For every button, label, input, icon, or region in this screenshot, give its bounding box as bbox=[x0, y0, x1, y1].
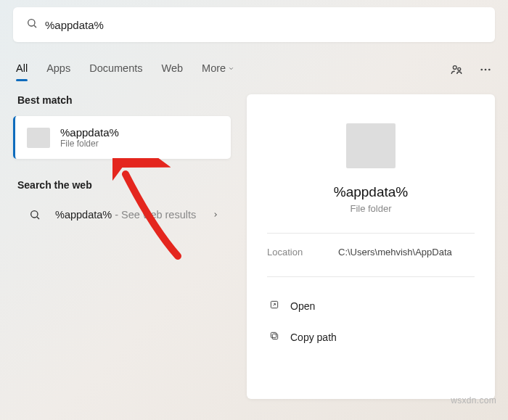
divider bbox=[267, 233, 475, 234]
svg-point-5 bbox=[485, 69, 487, 71]
svg-point-2 bbox=[453, 66, 456, 70]
web-result-text: %appdata% - See web results bbox=[55, 208, 202, 222]
open-action[interactable]: Open bbox=[267, 290, 475, 321]
tab-more-label: More bbox=[202, 62, 226, 74]
results-content: Best match %appdata% File folder Search … bbox=[13, 94, 495, 399]
left-column: Best match %appdata% File folder Search … bbox=[13, 94, 231, 229]
search-input[interactable] bbox=[45, 19, 482, 31]
copy-path-action[interactable]: Copy path bbox=[267, 321, 475, 353]
best-match-header: Best match bbox=[17, 94, 231, 106]
tab-web[interactable]: Web bbox=[162, 62, 184, 80]
svg-point-4 bbox=[480, 69, 483, 71]
action-list: Open Copy path bbox=[267, 290, 475, 353]
header-tools bbox=[450, 63, 492, 79]
search-icon bbox=[26, 17, 38, 32]
divider bbox=[267, 276, 475, 277]
tab-documents[interactable]: Documents bbox=[89, 62, 142, 80]
svg-rect-11 bbox=[271, 332, 276, 337]
location-label: Location bbox=[267, 247, 338, 258]
tab-more[interactable]: More bbox=[202, 62, 234, 80]
chevron-down-icon bbox=[228, 62, 234, 74]
location-value: C:\Users\mehvish\AppData bbox=[338, 247, 452, 258]
svg-point-6 bbox=[488, 69, 491, 71]
tab-apps[interactable]: Apps bbox=[46, 62, 70, 80]
svg-line-8 bbox=[37, 217, 39, 219]
folder-icon bbox=[346, 123, 396, 168]
search-bar[interactable] bbox=[13, 7, 495, 42]
svg-point-7 bbox=[31, 211, 38, 218]
best-match-title: %appdata% bbox=[60, 126, 119, 139]
search-web-header: Search the web bbox=[17, 179, 231, 191]
location-row: Location C:\Users\mehvish\AppData bbox=[267, 247, 475, 258]
tabs: All Apps Documents Web More bbox=[16, 62, 234, 80]
best-match-text: %appdata% File folder bbox=[60, 126, 119, 149]
tab-all[interactable]: All bbox=[16, 62, 28, 80]
svg-point-0 bbox=[28, 20, 35, 26]
open-icon bbox=[269, 299, 280, 313]
folder-icon bbox=[27, 128, 50, 148]
open-label: Open bbox=[290, 300, 315, 312]
copy-path-label: Copy path bbox=[290, 332, 337, 343]
search-icon bbox=[25, 209, 45, 221]
best-match-result[interactable]: %appdata% File folder bbox=[13, 116, 231, 159]
chevron-right-icon bbox=[212, 208, 219, 221]
accounts-icon[interactable] bbox=[450, 63, 463, 79]
copy-icon bbox=[269, 330, 280, 344]
svg-rect-10 bbox=[272, 334, 277, 339]
svg-point-3 bbox=[458, 67, 461, 70]
tabs-row: All Apps Documents Web More bbox=[13, 62, 495, 80]
more-icon[interactable] bbox=[479, 63, 492, 79]
svg-line-1 bbox=[34, 25, 36, 28]
web-result[interactable]: %appdata% - See web results bbox=[13, 201, 231, 229]
details-subtitle: File folder bbox=[267, 203, 475, 214]
details-panel: %appdata% File folder Location C:\Users\… bbox=[247, 94, 495, 399]
web-result-title: %appdata% bbox=[55, 209, 112, 221]
watermark: wsxdn.com bbox=[451, 395, 496, 405]
web-result-suffix: - See web results bbox=[112, 209, 196, 221]
best-match-subtitle: File folder bbox=[60, 139, 119, 149]
details-title: %appdata% bbox=[267, 184, 475, 200]
